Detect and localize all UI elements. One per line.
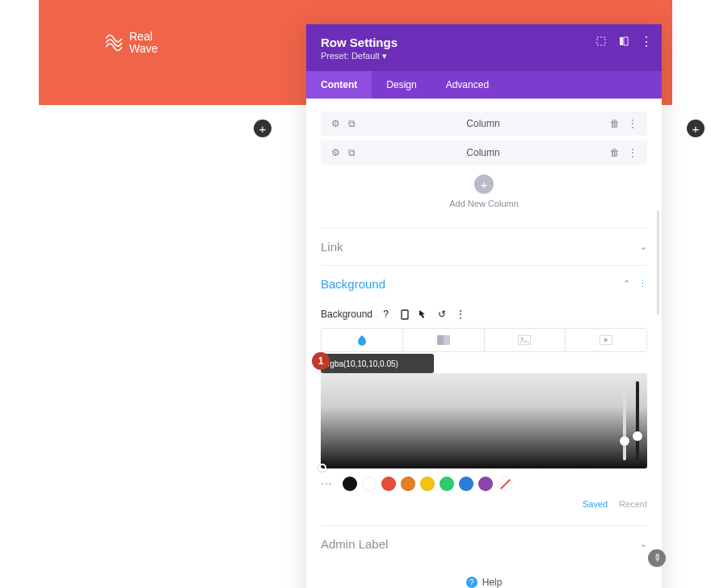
panel-tabs: Content Design Advanced [306, 71, 662, 99]
add-module-left[interactable]: + [254, 120, 271, 137]
column-row[interactable]: ⚙ ⧉ Column 🗑 ⋮ [321, 111, 647, 136]
color-picker: 1 ✓ ⋯ [321, 354, 647, 509]
help-icon: ? [466, 577, 478, 588]
more-vertical-icon[interactable]: ⋮ [628, 119, 637, 128]
trash-icon[interactable]: 🗑 [610, 119, 620, 128]
svg-rect-3 [402, 310, 408, 319]
logo-line1: Real [129, 31, 158, 43]
svg-rect-2 [624, 37, 628, 45]
scrollbar[interactable] [657, 210, 659, 315]
tab-advanced[interactable]: Advanced [431, 71, 503, 99]
section-link[interactable]: Link ⌄ [321, 228, 647, 265]
swatch-orange[interactable] [401, 477, 415, 491]
step-badge: 1 [312, 352, 330, 370]
duplicate-icon[interactable]: ⧉ [347, 148, 356, 158]
swatch-white[interactable] [362, 477, 377, 491]
svg-point-7 [521, 338, 524, 340]
more-vertical-icon[interactable]: ⋮ [628, 148, 637, 158]
add-column-button[interactable]: + [474, 174, 494, 194]
swatch-tab-recent[interactable]: Recent [619, 499, 647, 509]
site-logo: Real Wave [103, 31, 158, 56]
add-module-right[interactable]: + [687, 120, 705, 137]
column-label: Column [356, 147, 610, 158]
wave-logo-icon [103, 32, 124, 53]
chevron-down-icon: ⌄ [640, 539, 647, 549]
alpha-slider[interactable] [623, 381, 626, 460]
duplicate-icon[interactable]: ⧉ [347, 119, 356, 128]
column-row[interactable]: ⚙ ⧉ Column 🗑 ⋮ [321, 141, 647, 165]
trash-icon[interactable]: 🗑 [610, 148, 620, 158]
expand-icon[interactable] [595, 36, 607, 47]
picker-cursor[interactable] [318, 464, 326, 472]
more-vertical-icon[interactable]: ⋮ [455, 309, 465, 320]
svg-rect-0 [597, 37, 605, 45]
swatch-tab-saved[interactable]: Saved [583, 499, 608, 509]
swatch-none[interactable] [498, 477, 512, 491]
svg-rect-5 [437, 335, 444, 345]
bg-tab-gradient[interactable] [402, 328, 485, 352]
swatch-blue[interactable] [459, 477, 473, 491]
hover-icon[interactable] [418, 309, 428, 320]
gear-icon[interactable]: ⚙ [330, 148, 340, 158]
gear-icon[interactable]: ⚙ [330, 119, 340, 128]
chevron-up-icon: ⌃ [623, 279, 630, 289]
column-label: Column [356, 118, 610, 129]
swatch-yellow[interactable] [420, 477, 435, 491]
chevron-down-icon: ▾ [382, 51, 387, 61]
help-link[interactable]: ? Help [321, 562, 647, 588]
panel-preset[interactable]: Preset: Default ▾ [321, 51, 647, 61]
svg-rect-1 [620, 37, 623, 45]
bg-tab-color[interactable] [321, 328, 403, 352]
section-background[interactable]: Background ⌃ ⋮ [321, 265, 647, 302]
swatch-red[interactable] [381, 477, 396, 491]
hue-slider[interactable] [636, 381, 639, 460]
bg-tab-video[interactable] [565, 328, 647, 352]
background-toolbar: Background ? ↺ ⋮ [321, 302, 647, 328]
help-icon[interactable]: ? [381, 309, 391, 320]
tab-design[interactable]: Design [372, 71, 431, 99]
swatch-purple[interactable] [478, 477, 493, 491]
color-value-input[interactable] [321, 359, 434, 368]
color-gradient-area[interactable] [321, 373, 647, 468]
reset-icon[interactable]: ↺ [436, 309, 447, 320]
tab-content[interactable]: Content [306, 71, 372, 99]
more-vertical-icon[interactable]: ⋮ [638, 279, 647, 289]
background-type-tabs [321, 328, 647, 352]
chevron-down-icon: ⌄ [640, 242, 647, 252]
logo-line2: Wave [129, 43, 158, 55]
background-label: Background [321, 309, 372, 320]
swatch-green[interactable] [440, 477, 454, 491]
swatch-black[interactable] [343, 477, 357, 491]
swatch-more-icon[interactable]: ⋯ [321, 477, 333, 490]
layout-icon[interactable] [618, 36, 629, 47]
row-settings-panel: Row Settings Preset: Default ▾ ⋮ Content… [306, 24, 662, 588]
more-vertical-icon[interactable]: ⋮ [641, 36, 652, 47]
section-admin-label[interactable]: Admin Label ⌄ [321, 525, 647, 562]
color-input-row: ✓ [321, 354, 434, 373]
panel-body: ⚙ ⧉ Column 🗑 ⋮ ⚙ ⧉ Column 🗑 ⋮ + Add New … [306, 99, 662, 588]
panel-header: Row Settings Preset: Default ▾ ⋮ [306, 24, 662, 71]
swatch-tabs: Saved Recent [321, 499, 647, 509]
add-column-label: Add New Column [321, 199, 647, 208]
phone-icon[interactable] [399, 309, 410, 320]
bg-tab-image[interactable] [484, 328, 566, 352]
swatch-row: ⋯ [321, 477, 647, 491]
